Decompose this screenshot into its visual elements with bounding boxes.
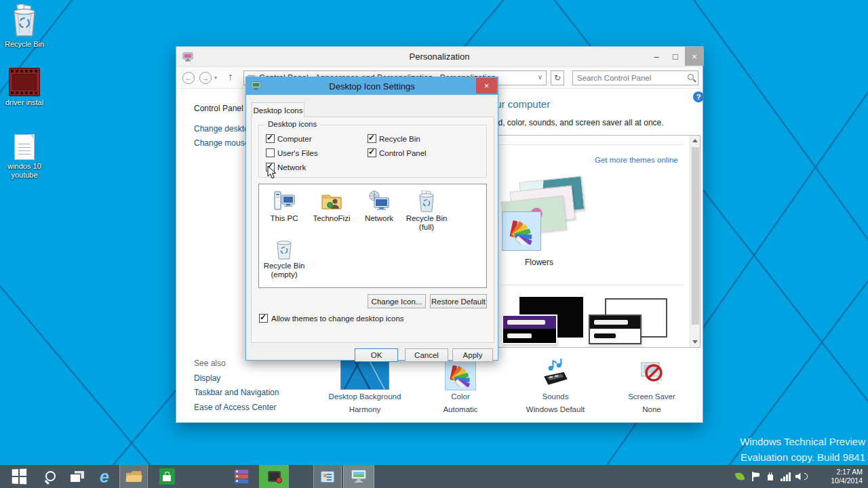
screen-recorder-button[interactable]: [259, 465, 289, 488]
address-dropdown-icon[interactable]: ∨: [538, 73, 542, 81]
restore-default-button[interactable]: Restore Default: [430, 294, 487, 308]
apply-button[interactable]: Apply: [452, 348, 493, 362]
footer-screen-saver-label[interactable]: Screen Saver: [599, 392, 705, 401]
clock-time: 2:17 AM: [811, 468, 863, 476]
refresh-button[interactable]: ↻: [551, 70, 564, 85]
folder-icon: [126, 471, 142, 482]
preview-technofizi[interactable]: TechnoFizi: [308, 190, 355, 223]
task-view-icon: [71, 471, 84, 482]
file-explorer-button[interactable]: [119, 465, 148, 488]
store-button[interactable]: [152, 465, 182, 488]
icon-preview-box: This PC TechnoFizi: [258, 184, 487, 288]
sidebar-item-ease-of-access-center[interactable]: Ease of Access Center: [194, 403, 276, 412]
see-also-header: See also: [194, 359, 226, 368]
checkbox-control-panel-label[interactable]: Control Panel: [379, 149, 427, 157]
preview-network[interactable]: Network: [355, 190, 403, 223]
checkbox-network-label[interactable]: Network: [277, 163, 306, 171]
checkbox-recycle-bin-label[interactable]: Recycle Bin: [379, 135, 420, 143]
search-input[interactable]: [577, 72, 679, 84]
checkbox-recycle-bin[interactable]: ✓: [368, 134, 376, 143]
checkbox-computer-label[interactable]: Computer: [277, 135, 312, 143]
color-tile[interactable]: [445, 359, 476, 390]
help-icon[interactable]: ?: [693, 92, 704, 102]
maximize-button[interactable]: □: [666, 47, 685, 66]
footer-sounds-value: Windows Default: [502, 405, 608, 413]
tab-desktop-icons[interactable]: Desktop Icons: [252, 102, 304, 117]
display-settings-button[interactable]: [343, 465, 374, 488]
checkbox-users-files[interactable]: [266, 148, 275, 157]
checkbox-allow-themes-label[interactable]: Allow themes to change desktop icons: [271, 314, 404, 323]
cancel-button[interactable]: Cancel: [405, 348, 448, 362]
flowers-theme-selected-tile[interactable]: [502, 211, 541, 251]
start-button[interactable]: [4, 465, 34, 488]
recycle-bin-empty-icon: [260, 237, 308, 260]
recycle-bin-full-icon: [0, 4, 49, 38]
user-folder-icon: [308, 190, 355, 213]
preview-recycle-bin-full[interactable]: Recycle Bin (full): [403, 190, 450, 232]
dialog-close-button[interactable]: ×: [476, 78, 497, 94]
change-icon-button[interactable]: Change Icon...: [368, 294, 426, 308]
search-icon[interactable]: [688, 74, 694, 80]
internet-explorer-icon: e: [100, 468, 109, 485]
tray-app-icon[interactable]: [736, 465, 744, 488]
sidebar-item-taskbar-and-navigation[interactable]: Taskbar and Navigation: [194, 388, 279, 397]
window-titlebar[interactable]: Personalization – □ ×: [176, 47, 703, 67]
winrar-button[interactable]: [226, 465, 256, 488]
desktop-icon-driver-instal[interactable]: driver instal: [0, 68, 49, 107]
network-icon[interactable]: [766, 465, 774, 488]
footer-color-value: Automatic: [408, 405, 513, 413]
signal-bars-icon[interactable]: [781, 465, 791, 488]
store-icon: [159, 468, 175, 485]
desktop-icon-recycle-bin[interactable]: Recycle Bin: [0, 4, 49, 49]
internet-explorer-button[interactable]: e: [91, 465, 118, 488]
checkbox-allow-themes[interactable]: ✓: [259, 314, 268, 323]
close-button[interactable]: ×: [685, 47, 704, 66]
checkbox-computer[interactable]: ✓: [266, 134, 275, 143]
text-document-icon: [0, 134, 49, 160]
themes-scrollbar[interactable]: [690, 136, 700, 347]
screen-recorder-icon: [268, 471, 281, 482]
desktop-background-thumbnail[interactable]: [340, 360, 389, 390]
this-pc-icon: [260, 190, 308, 213]
window-title: Personalization: [176, 52, 703, 62]
history-dropdown-icon[interactable]: ▾: [214, 75, 217, 81]
desktop: Recycle Bin driver instal windos 10 yout…: [0, 0, 868, 488]
sounds-icon[interactable]: [540, 357, 571, 391]
windows-watermark: Windows Technical Preview Evaluation cop…: [685, 434, 865, 465]
get-more-themes-link[interactable]: Get more themes online: [595, 156, 678, 164]
taskbar-search-button[interactable]: [38, 465, 62, 488]
preview-recycle-bin-empty[interactable]: Recycle Bin (empty): [260, 237, 308, 279]
minimize-button[interactable]: –: [647, 47, 666, 66]
footer-sounds-label[interactable]: Sounds: [502, 392, 608, 401]
color-fan-icon: [448, 363, 473, 387]
ok-button[interactable]: OK: [355, 348, 398, 362]
dialog-titlebar[interactable]: Desktop Icon Settings ×: [246, 77, 498, 95]
recycle-bin-full-icon: [403, 190, 450, 213]
watermark-line2: Evaluation copy. Build 9841: [685, 449, 865, 465]
back-button[interactable]: ←: [182, 72, 195, 84]
action-center-flag-icon[interactable]: [751, 465, 760, 488]
footer-desktop-background-label[interactable]: Desktop Background: [312, 392, 418, 401]
checkbox-users-files-label[interactable]: User's Files: [277, 149, 318, 157]
preview-this-pc[interactable]: This PC: [260, 190, 308, 223]
search-box[interactable]: [572, 70, 698, 85]
settings-tool-button[interactable]: [313, 465, 342, 488]
sidebar-item-display[interactable]: Display: [194, 373, 220, 383]
screen-saver-icon[interactable]: [637, 358, 667, 390]
footer-desktop-background-value: Harmony: [312, 405, 418, 413]
up-button[interactable]: ↑: [228, 70, 233, 82]
scroll-up-icon[interactable]: [692, 139, 698, 142]
checkbox-control-panel[interactable]: ✓: [368, 148, 376, 157]
scroll-down-icon[interactable]: [692, 340, 698, 344]
taskbar: e: [0, 465, 868, 488]
watermark-line1: Windows Technical Preview: [685, 434, 865, 449]
scrollbar-thumb[interactable]: [692, 147, 699, 325]
volume-icon[interactable]: [795, 465, 808, 488]
desktop-icon-windos10-youtube[interactable]: windos 10 youtube: [0, 134, 49, 180]
dialog-title: Desktop Icon Settings: [246, 81, 498, 92]
taskbar-clock[interactable]: 2:17 AM 10/4/2014: [811, 468, 863, 485]
forward-button[interactable]: →: [199, 72, 212, 84]
high-contrast-theme-1-window: [502, 314, 557, 344]
task-view-button[interactable]: [65, 465, 90, 488]
footer-color-label[interactable]: Color: [408, 392, 513, 401]
